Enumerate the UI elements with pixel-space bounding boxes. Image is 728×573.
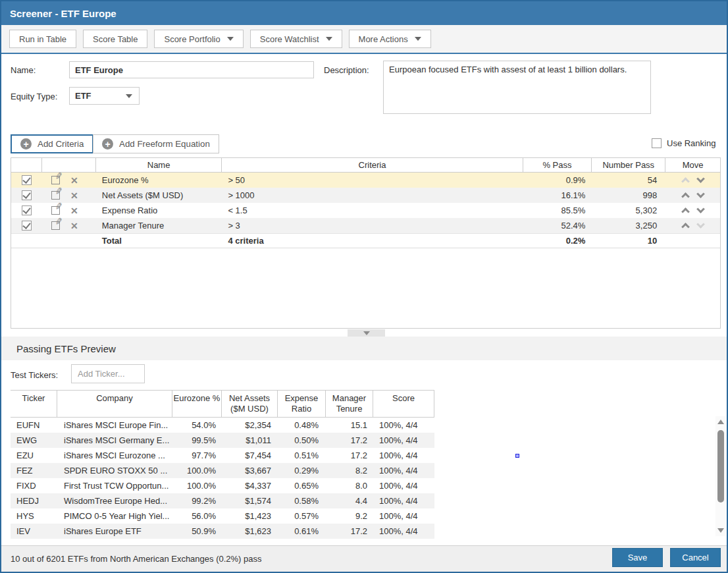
company: iShares MSCI Europe Fin... — [57, 420, 172, 430]
preview-row[interactable]: HYS PIMCO 0-5 Year High Yiel... 56.0% $1… — [11, 508, 434, 524]
net-assets: $3,667 — [222, 466, 278, 476]
preview-row[interactable]: EUFN iShares MSCI Europe Fin... 54.0% $2… — [11, 418, 434, 433]
expense-ratio: 0.48% — [278, 420, 326, 430]
preview-row[interactable]: IEV iShares Europe ETF 50.9% $1,623 0.61… — [11, 524, 434, 539]
criteria-enabled-checkbox[interactable] — [22, 190, 32, 200]
add-criteria-label: Add Criteria — [38, 139, 84, 149]
move-up-icon — [681, 177, 690, 186]
collapse-panel-handle[interactable] — [348, 329, 385, 337]
edit-icon[interactable] — [51, 191, 60, 200]
delete-icon[interactable]: ✕ — [70, 206, 78, 215]
preview-section-title: Passing ETFs Preview — [16, 343, 116, 354]
company: iShares MSCI Eurozone ... — [57, 450, 172, 460]
eurozone-pct: 99.5% — [172, 435, 222, 445]
description-textarea[interactable]: Eurpoean focused ETFs with assest of at … — [383, 61, 651, 114]
name-input[interactable] — [69, 61, 314, 78]
net-assets: $7,454 — [222, 450, 278, 460]
chevron-down-icon — [326, 37, 332, 41]
move-down-icon[interactable] — [696, 205, 705, 213]
manager-tenure: 8.2 — [326, 466, 373, 476]
company: iShares MSCI Germany E... — [57, 435, 172, 445]
criteria-name: Eurozone % — [96, 175, 222, 185]
more-actions-button[interactable]: More Actions — [349, 30, 431, 48]
equity-type-value: ETF — [75, 91, 91, 101]
criteria-pct-pass: 52.4% — [523, 221, 592, 231]
delete-icon[interactable]: ✕ — [70, 221, 78, 231]
move-up-icon[interactable] — [681, 207, 690, 216]
edit-icon[interactable] — [51, 221, 60, 230]
score: 100%, 4/4 — [373, 496, 434, 506]
preview-scrollbar[interactable] — [715, 416, 726, 536]
score-table-label: Score Table — [93, 34, 138, 44]
total-pct-pass: 0.2% — [523, 236, 592, 246]
ticker: EWG — [11, 435, 57, 445]
criteria-row[interactable]: ✕ Net Assets ($M USD) > 1000 16.1% 998 — [11, 188, 720, 203]
criteria-enabled-checkbox[interactable] — [22, 221, 32, 231]
header-pct-pass: % Pass — [523, 158, 592, 172]
eurozone-pct: 56.0% — [172, 511, 222, 521]
manager-tenure: 17.2 — [326, 435, 373, 445]
equity-type-select[interactable]: ETF — [69, 87, 140, 105]
delete-icon[interactable]: ✕ — [70, 191, 78, 200]
criteria-number-pass: 54 — [592, 175, 665, 185]
score-portfolio-button[interactable]: Score Portfolio — [154, 30, 243, 48]
col-company: Company — [57, 391, 172, 417]
criteria-name: Manager Tenure — [96, 221, 222, 231]
criteria-enabled-checkbox[interactable] — [22, 205, 32, 215]
plus-icon: + — [102, 138, 113, 150]
eurozone-pct: 97.7% — [172, 450, 222, 460]
score-watchlist-button[interactable]: Score Watchlist — [250, 30, 342, 48]
ticker: EUFN — [11, 420, 57, 430]
preview-row[interactable]: FEZ SPDR EURO STOXX 50 ... 100.0% $3,667… — [11, 463, 434, 478]
net-assets: $1,574 — [222, 496, 278, 506]
preview-row[interactable]: EZU iShares MSCI Eurozone ... 97.7% $7,4… — [11, 448, 434, 463]
manager-tenure: 17.2 — [326, 450, 373, 460]
ticker: FEZ — [11, 466, 57, 476]
company: First Trust TCW Opportun... — [57, 481, 172, 491]
add-criteria-button[interactable]: + Add Criteria — [11, 134, 93, 153]
cancel-button[interactable]: Cancel — [670, 548, 721, 567]
scroll-down-icon[interactable] — [717, 528, 724, 533]
description-label: Description: — [324, 65, 369, 75]
criteria-name: Expense Ratio — [96, 205, 222, 215]
add-ticker-input[interactable] — [71, 364, 145, 383]
chevron-down-icon — [415, 37, 421, 41]
score-table-button[interactable]: Score Table — [83, 30, 147, 48]
criteria-expression: > 3 — [222, 221, 523, 231]
col-score: Score — [373, 391, 434, 417]
manager-tenure: 17.2 — [326, 526, 373, 536]
score: 100%, 4/4 — [373, 511, 434, 521]
criteria-row[interactable]: ✕ Manager Tenure > 3 52.4% 3,250 — [11, 218, 720, 233]
preview-row[interactable]: EWG iShares MSCI Germany E... 99.5% $1,0… — [11, 433, 434, 448]
criteria-enabled-checkbox[interactable] — [22, 175, 32, 185]
window-title: Screener - ETF Europe — [10, 8, 117, 19]
test-tickers-label: Test Tickers: — [11, 370, 58, 380]
preview-row[interactable]: FIXD First Trust TCW Opportun... 100.0% … — [11, 478, 434, 493]
edit-icon[interactable] — [51, 176, 60, 184]
delete-icon[interactable]: ✕ — [70, 176, 78, 185]
criteria-number-pass: 3,250 — [592, 221, 665, 231]
add-freeform-equation-button[interactable]: + Add Freeform Equation — [93, 134, 219, 153]
criteria-row[interactable]: ✕ Eurozone % > 50 0.9% 54 — [11, 173, 720, 188]
move-down-icon[interactable] — [696, 175, 705, 183]
edit-icon[interactable] — [51, 206, 60, 215]
criteria-row[interactable]: ✕ Expense Ratio < 1.5 85.5% 5,302 — [11, 203, 720, 218]
run-in-table-button[interactable]: Run in Table — [9, 30, 76, 48]
save-button[interactable]: Save — [612, 548, 663, 567]
move-up-icon[interactable] — [681, 223, 690, 231]
eurozone-pct: 54.0% — [172, 420, 222, 430]
col-manager-tenure: Manager Tenure — [326, 391, 373, 417]
move-up-icon[interactable] — [681, 192, 690, 201]
move-down-icon[interactable] — [696, 190, 705, 198]
ticker: FIXD — [11, 481, 57, 491]
preview-row[interactable]: HEDJ WisdomTree Europe Hed... 99.2% $1,5… — [11, 493, 434, 508]
total-criteria-count: 4 criteria — [222, 236, 523, 246]
use-ranking-checkbox[interactable] — [652, 138, 662, 148]
plus-icon: + — [20, 138, 32, 150]
scrollbar-thumb[interactable] — [717, 430, 724, 503]
header-number-pass: Number Pass — [592, 158, 665, 172]
equity-type-label: Equity Type: — [11, 92, 57, 101]
manager-tenure: 8.0 — [326, 481, 373, 491]
score: 100%, 4/4 — [373, 481, 434, 491]
scroll-up-icon[interactable] — [717, 420, 724, 424]
